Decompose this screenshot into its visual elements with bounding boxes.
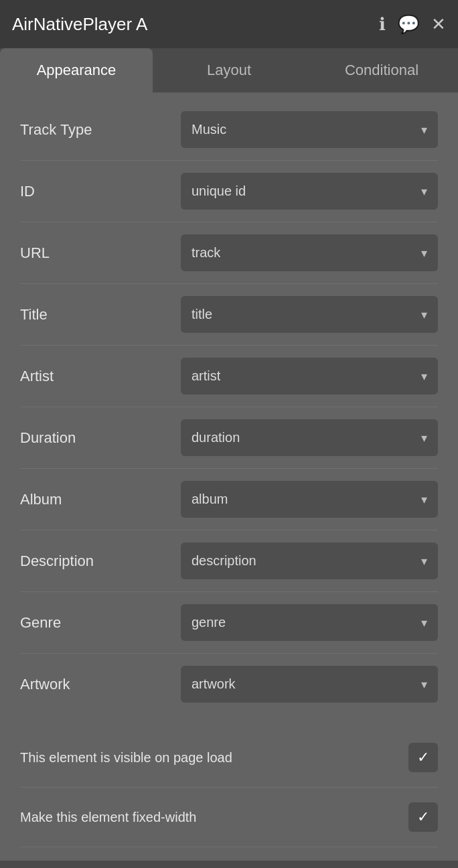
field-label-5: Duration	[20, 429, 181, 447]
field-value-9: artwork	[192, 676, 236, 692]
field-row: ID unique id ▾	[20, 161, 438, 222]
field-value-3: title	[192, 307, 212, 322]
content-area: Track Type Music ▾ ID unique id ▾ URL tr…	[0, 92, 458, 861]
tab-layout[interactable]: Layout	[153, 48, 305, 92]
chevron-down-icon: ▾	[421, 369, 427, 384]
field-select-6[interactable]: album ▾	[181, 481, 438, 518]
chevron-down-icon: ▾	[421, 184, 427, 199]
field-select-5[interactable]: duration ▾	[181, 419, 438, 456]
field-label-0: Track Type	[20, 121, 181, 139]
chevron-down-icon: ▾	[421, 616, 427, 630]
field-select-3[interactable]: title ▾	[181, 296, 438, 333]
field-row: Description description ▾	[20, 530, 438, 592]
field-select-0[interactable]: Music ▾	[181, 111, 438, 148]
checkbox-visible-box[interactable]: ✓	[408, 743, 438, 772]
chevron-down-icon: ▾	[421, 677, 427, 692]
field-row: Track Type Music ▾	[20, 99, 438, 161]
field-row: URL track ▾	[20, 222, 438, 284]
tab-conditional[interactable]: Conditional	[305, 48, 458, 92]
panel-title: AirNativePlayer A	[12, 14, 147, 35]
checkbox-row-visible: This element is visible on page load ✓	[20, 728, 438, 788]
chevron-down-icon: ▾	[421, 246, 427, 261]
field-value-1: unique id	[192, 184, 246, 199]
titlebar: AirNativePlayer A ℹ 💬 ✕	[0, 0, 458, 48]
info-icon[interactable]: ℹ	[379, 14, 386, 35]
field-label-8: Genre	[20, 614, 181, 632]
field-row: Duration duration ▾	[20, 407, 438, 469]
chevron-down-icon: ▾	[421, 492, 427, 507]
checkmark-fixed: ✓	[417, 808, 429, 826]
field-select-1[interactable]: unique id ▾	[181, 173, 438, 210]
field-value-5: duration	[192, 430, 240, 445]
checkbox-section: This element is visible on page load ✓ M…	[20, 728, 438, 847]
checkbox-row-fixed: Make this element fixed-width ✓	[20, 788, 438, 847]
panel: AirNativePlayer A ℹ 💬 ✕ Appearance Layou…	[0, 0, 458, 868]
field-label-7: Description	[20, 553, 181, 570]
tab-appearance[interactable]: Appearance	[0, 48, 153, 92]
field-label-9: Artwork	[20, 676, 181, 693]
close-icon[interactable]: ✕	[431, 14, 446, 35]
field-select-7[interactable]: description ▾	[181, 542, 438, 579]
checkbox-fixed-box[interactable]: ✓	[408, 802, 438, 832]
field-select-9[interactable]: artwork ▾	[181, 666, 438, 703]
field-row: Title title ▾	[20, 284, 438, 346]
chevron-down-icon: ▾	[421, 123, 427, 137]
tabs: Appearance Layout Conditional	[0, 48, 458, 92]
field-label-4: Artist	[20, 368, 181, 385]
field-label-2: URL	[20, 244, 181, 262]
field-select-4[interactable]: artist ▾	[181, 358, 438, 394]
checkbox-visible-label: This element is visible on page load	[20, 750, 232, 766]
field-value-2: track	[192, 245, 220, 261]
field-row: Album album ▾	[20, 469, 438, 530]
chevron-down-icon: ▾	[421, 554, 427, 569]
checkbox-fixed-label: Make this element fixed-width	[20, 810, 196, 825]
field-label-3: Title	[20, 306, 181, 323]
bottombar: W H X Y	[0, 861, 458, 868]
field-row: Genre genre ▾	[20, 592, 438, 654]
titlebar-icons: ℹ 💬 ✕	[379, 14, 446, 35]
chevron-down-icon: ▾	[421, 431, 427, 445]
field-row: Artwork artwork ▾	[20, 654, 438, 715]
field-select-8[interactable]: genre ▾	[181, 604, 438, 641]
field-label-6: Album	[20, 491, 181, 508]
field-value-7: description	[192, 553, 256, 569]
checkmark-visible: ✓	[417, 749, 429, 766]
field-label-1: ID	[20, 183, 181, 200]
field-select-2[interactable]: track ▾	[181, 234, 438, 271]
field-row: Artist artist ▾	[20, 346, 438, 407]
fields-container: Track Type Music ▾ ID unique id ▾ URL tr…	[20, 99, 438, 715]
chat-icon[interactable]: 💬	[398, 14, 419, 35]
field-value-6: album	[192, 492, 228, 507]
field-value-4: artist	[192, 368, 220, 384]
chevron-down-icon: ▾	[421, 307, 427, 322]
field-value-8: genre	[192, 615, 226, 630]
field-value-0: Music	[192, 122, 226, 137]
